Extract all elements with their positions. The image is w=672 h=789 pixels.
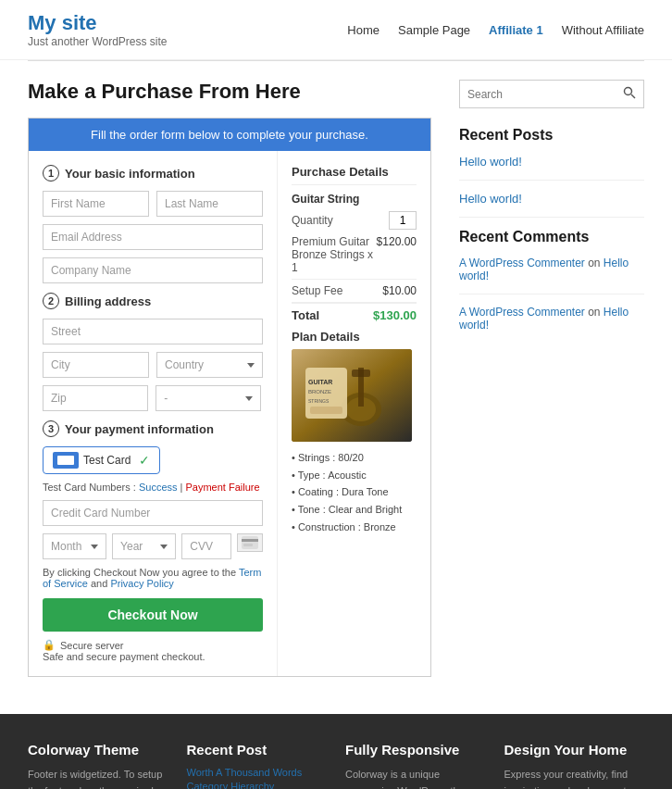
section2-label: Billing address [65, 294, 151, 308]
footer-col4-text: Express your creativity, find inspiratio… [504, 767, 645, 789]
card-number-row [43, 500, 263, 526]
nav-sample-page[interactable]: Sample Page [398, 23, 470, 37]
email-row [43, 224, 263, 250]
section1-num: 1 [43, 165, 59, 182]
form-body: 1 Your basic information [29, 151, 430, 676]
street-input[interactable] [43, 319, 263, 344]
name-row [43, 191, 263, 217]
main-content: Make a Purchase From Here Fill the order… [0, 61, 672, 695]
section1-label: Your basic information [65, 167, 195, 181]
footer-grid: Colorway Theme Footer is widgetized. To … [28, 742, 644, 789]
setup-fee-label: Setup Fee [292, 284, 342, 297]
test-card-note: Test Card Numbers : Success | Payment Fa… [43, 482, 263, 493]
svg-rect-12 [310, 407, 342, 414]
nav-home[interactable]: Home [347, 23, 380, 37]
header: My site Just another WordPress site Home… [0, 0, 672, 60]
footer-col-1: Colorway Theme Footer is widgetized. To … [28, 742, 168, 789]
form-left-section: 1 Your basic information [29, 151, 278, 676]
nav-affiliate1[interactable]: Affiliate 1 [489, 23, 543, 37]
total-label: Total [292, 308, 319, 322]
section3-title: 3 Your payment information [43, 420, 263, 437]
product-name: Guitar String [292, 193, 417, 206]
plan-features: • Strings : 80/20 • Type : Acoustic • Co… [292, 449, 417, 535]
svg-rect-1 [242, 539, 258, 542]
recent-posts-title: Recent Posts [459, 127, 644, 144]
city-input[interactable] [43, 352, 149, 378]
footer-col3-text: Colorway is a unique responsive WordPres… [345, 767, 486, 789]
state-select[interactable]: - [156, 385, 261, 411]
section2-title: 2 Billing address [43, 293, 263, 309]
product-image: GUITAR BRONZE STRINGS [292, 349, 412, 442]
plan-title: Plan Details [292, 330, 417, 344]
failure-link[interactable]: Payment Failure [186, 482, 260, 493]
nav-without-affiliate[interactable]: Without Affiliate [562, 23, 644, 37]
footer-col-3: Fully Responsive Colorway is a unique re… [345, 742, 486, 789]
site-branding: My site Just another WordPress site [28, 11, 168, 48]
payment-row: Month Year [43, 533, 263, 559]
terms-prefix: By clicking Checkout Now you agree to th… [43, 567, 236, 578]
search-input[interactable] [460, 81, 616, 107]
purchase-details: Purchase Details Guitar String Quantity … [278, 151, 430, 676]
and-text: and [91, 578, 110, 589]
success-link[interactable]: Success [139, 482, 178, 493]
main-nav: Home Sample Page Affiliate 1 Without Aff… [347, 23, 644, 37]
quantity-row: Quantity [292, 211, 417, 230]
street-row [43, 319, 263, 344]
cvv-input[interactable] [181, 533, 231, 559]
comment-item-1: A WordPress Commenter on Hello world! [459, 257, 644, 282]
company-input[interactable] [43, 257, 263, 283]
card-icon [53, 452, 79, 469]
svg-line-14 [631, 94, 635, 98]
setup-fee-price: $10.00 [382, 284, 417, 297]
terms-text: By clicking Checkout Now you agree to th… [43, 567, 263, 589]
card-icon-inner [57, 456, 74, 465]
product-price-row: Premium Guitar Bronze Strings x 1 $120.0… [292, 235, 417, 274]
country-select[interactable]: Country [156, 352, 263, 378]
post-link-2[interactable]: Hello world! [459, 192, 644, 206]
card-number-input[interactable] [43, 500, 263, 526]
svg-text:GUITAR: GUITAR [308, 379, 332, 385]
month-select[interactable]: Month [43, 533, 106, 559]
zip-input[interactable] [43, 385, 148, 411]
year-select[interactable]: Year [112, 533, 176, 559]
test-card-text: Test Card Numbers : [43, 482, 136, 493]
post-link-1[interactable]: Hello world! [459, 155, 644, 169]
search-button[interactable] [616, 81, 643, 107]
comment-item-2: A WordPress Commenter on Hello world! [459, 306, 644, 332]
footer-link-2[interactable]: Category Hierarchy [187, 781, 328, 789]
footer-col4-title: Design Your Home [504, 742, 645, 758]
commenter-link-1[interactable]: A WordPress Commenter [459, 257, 585, 269]
section3-num: 3 [43, 420, 59, 437]
setup-fee-row: Setup Fee $10.00 [292, 279, 417, 297]
svg-text:BRONZE: BRONZE [308, 389, 331, 394]
svg-text:STRINGS: STRINGS [308, 398, 330, 404]
feature-2: • Type : Acoustic [292, 467, 417, 484]
email-input[interactable] [43, 224, 263, 250]
first-name-input[interactable] [43, 191, 149, 217]
feature-4: • Tone : Clear and Bright [292, 501, 417, 519]
privacy-link[interactable]: Privacy Policy [110, 578, 173, 589]
footer-col2-title: Recent Post [187, 742, 328, 758]
posts-divider [459, 180, 644, 181]
search-icon [623, 86, 636, 99]
quantity-input[interactable] [389, 211, 417, 230]
svg-point-13 [625, 88, 632, 95]
total-price: $130.00 [373, 308, 417, 322]
quantity-label: Quantity [292, 214, 333, 227]
section1-title: 1 Your basic information [43, 165, 263, 182]
secure-label: Secure server [60, 640, 123, 651]
purchase-form: Fill the order form below to complete yo… [28, 118, 431, 677]
last-name-input[interactable] [156, 191, 263, 217]
footer-col1-title: Colorway Theme [28, 742, 168, 758]
svg-rect-2 [243, 544, 253, 546]
site-title: My site [28, 11, 168, 35]
feature-5: • Construction : Bronze [292, 519, 417, 536]
section2-num: 2 [43, 293, 59, 309]
commenter-link-2[interactable]: A WordPress Commenter [459, 306, 585, 319]
lock-icon: 🔒 [43, 639, 56, 651]
checkout-button[interactable]: Checkout Now [43, 598, 263, 632]
card-badge[interactable]: Test Card ✓ [43, 446, 160, 474]
purchase-title: Purchase Details [292, 165, 417, 185]
recent-comments-title: Recent Comments [459, 229, 644, 245]
footer-link-1[interactable]: Worth A Thousand Words [187, 767, 328, 778]
